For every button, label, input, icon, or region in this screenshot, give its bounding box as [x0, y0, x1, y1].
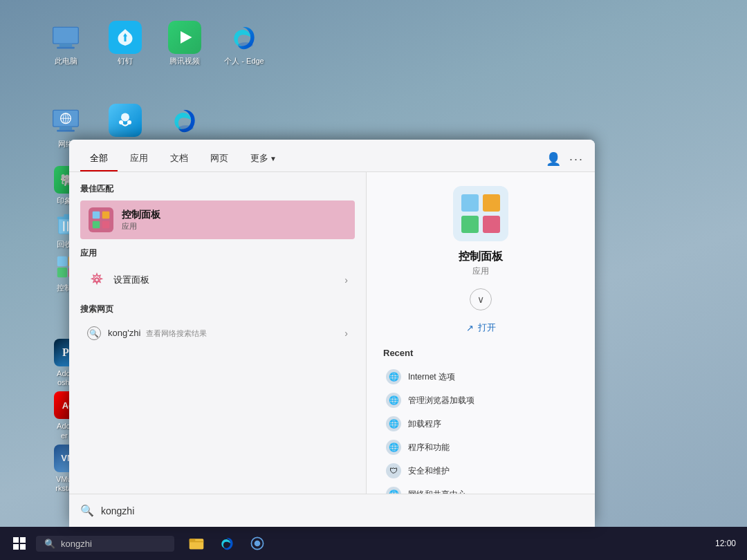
svg-rect-7: [57, 130, 75, 132]
desktop-icon-tencent-video-label: 腾讯视频: [169, 57, 200, 66]
recent-icon-internet: 🌐: [386, 369, 401, 384]
taskbar-right: 12:00: [715, 539, 741, 548]
taskbar-app-icons: [183, 530, 271, 557]
taskbar-app-cortana[interactable]: [243, 530, 271, 557]
svg-rect-41: [190, 541, 204, 543]
svg-rect-25: [57, 268, 67, 277]
best-match-app-icon: [89, 207, 113, 232]
svg-rect-1: [59, 44, 72, 47]
apps-section-title: 应用: [80, 248, 355, 259]
web-section-title: 搜索网页: [80, 304, 355, 315]
taskbar-search-icon: 🔍: [44, 539, 55, 549]
web-query-text: kong'zhi 查看网络搜索结果: [108, 328, 338, 339]
search-bar-input[interactable]: kongzhi: [101, 505, 584, 516]
search-tab-more[interactable]: 更多 ▼: [241, 147, 286, 171]
desktop-icon-dingding-label: 钉钉: [118, 57, 133, 66]
start-button[interactable]: [6, 530, 33, 557]
taskbar-search-text: kongzhi: [61, 539, 92, 549]
svg-rect-30: [102, 221, 110, 229]
svg-rect-36: [13, 537, 19, 543]
search-tab-all[interactable]: 全部: [80, 147, 118, 171]
app-icon-settings: [87, 270, 107, 290]
svg-rect-35: [483, 216, 500, 233]
taskbar-search-box[interactable]: 🔍 kongzhi: [36, 536, 174, 552]
taskbar-app-edge[interactable]: [213, 530, 241, 557]
desktop-icon-this-pc-label: 此电脑: [55, 57, 77, 66]
chevron-down-icon: ▼: [270, 155, 277, 162]
svg-rect-28: [102, 212, 110, 219]
desktop-icon-edge[interactable]: 个人 - Edge: [220, 21, 268, 66]
search-tab-apps[interactable]: 应用: [120, 147, 158, 171]
svg-rect-2: [57, 47, 75, 49]
desktop-icon-this-pc[interactable]: 此电脑: [42, 21, 90, 66]
search-panel: 全部 应用 文档 网页 更多 ▼ 👤 ···: [69, 140, 595, 527]
recent-item-security[interactable]: 🛡 安全和维护: [383, 459, 578, 483]
search-web-icon: 🔍: [87, 326, 101, 340]
search-tabs-actions: 👤 ···: [546, 151, 584, 167]
recent-section: Recent 🌐 Internet 选项 🌐 管理浏览器加载项 🌐 卸载程序: [383, 348, 578, 506]
taskbar: 🔍 kongzhi: [0, 527, 747, 560]
search-panel-content: 最佳匹配 控制面板 应用: [69, 172, 595, 527]
open-icon: ↗: [466, 323, 474, 333]
recent-item-internet-options[interactable]: 🌐 Internet 选项: [383, 365, 578, 389]
search-panel-tabs: 全部 应用 文档 网页 更多 ▼ 👤 ···: [69, 140, 595, 172]
svg-rect-42: [190, 539, 196, 541]
desktop-icon-edge-label: 个人 - Edge: [224, 57, 264, 66]
open-button[interactable]: ↗ 打开: [466, 321, 496, 334]
right-panel-app-icon: [453, 186, 508, 241]
svg-point-14: [127, 120, 131, 124]
recent-title: Recent: [383, 348, 578, 358]
best-match-text: 控制面板 应用: [122, 209, 347, 232]
right-panel-app-type: 应用: [472, 265, 489, 277]
svg-point-12: [121, 113, 129, 122]
chevron-down-icon: ∨: [477, 294, 484, 305]
taskbar-clock: 12:00: [715, 539, 736, 548]
recent-icon-programs: 🌐: [386, 440, 401, 455]
web-arrow-icon: ›: [344, 328, 348, 339]
svg-point-13: [119, 120, 123, 124]
arrow-icon: ›: [344, 274, 348, 286]
search-panel-left: 最佳匹配 控制面板 应用: [69, 172, 367, 527]
svg-rect-0: [53, 27, 79, 44]
user-icon[interactable]: 👤: [546, 151, 561, 167]
svg-rect-29: [93, 221, 100, 229]
taskbar-app-explorer[interactable]: [183, 530, 210, 557]
svg-rect-6: [59, 127, 72, 130]
recent-item-programs[interactable]: 🌐 程序和功能: [383, 436, 578, 459]
svg-rect-39: [20, 544, 26, 550]
svg-rect-38: [13, 544, 19, 550]
svg-rect-33: [483, 194, 500, 212]
svg-rect-37: [20, 537, 26, 543]
search-tab-docs[interactable]: 文档: [160, 147, 198, 171]
recent-icon-addons: 🌐: [386, 393, 401, 408]
app-item-settings[interactable]: 设置面板 ›: [80, 265, 355, 295]
svg-rect-23: [57, 256, 67, 266]
desktop-icon-dingding[interactable]: 钉钉: [101, 21, 149, 66]
svg-rect-32: [461, 194, 479, 212]
svg-point-15: [178, 125, 194, 130]
recent-item-uninstall[interactable]: 🌐 卸载程序: [383, 412, 578, 436]
web-search-item[interactable]: 🔍 kong'zhi 查看网络搜索结果 ›: [80, 321, 355, 346]
desktop-icon-tencent-video[interactable]: 腾讯视频: [160, 21, 209, 66]
search-tab-web[interactable]: 网页: [201, 147, 238, 171]
best-match-item[interactable]: 控制面板 应用: [80, 200, 355, 239]
search-panel-right: 控制面板 应用 ∨ ↗ 打开 Recent 🌐 Internet 选项: [367, 172, 595, 527]
svg-point-4: [238, 42, 253, 47]
svg-point-44: [255, 541, 261, 547]
svg-marker-3: [181, 31, 192, 44]
svg-rect-34: [461, 216, 479, 233]
expand-button[interactable]: ∨: [470, 288, 492, 310]
search-bar: 🔍 kongzhi: [69, 494, 595, 527]
svg-rect-27: [93, 212, 100, 219]
right-panel-app-name: 控制面板: [459, 250, 503, 264]
recent-item-manage-addons[interactable]: 🌐 管理浏览器加载项: [383, 389, 578, 412]
desktop: 此电脑 钉钉 腾讯视频: [0, 0, 747, 560]
best-match-title: 最佳匹配: [80, 183, 355, 195]
recent-icon-security: 🛡: [386, 463, 401, 478]
desktop-icon-row1: 此电脑 钉钉 腾讯视频: [42, 21, 268, 66]
more-options-icon[interactable]: ···: [569, 152, 584, 167]
search-bar-icon: 🔍: [80, 504, 94, 517]
recent-icon-uninstall: 🌐: [386, 416, 401, 431]
